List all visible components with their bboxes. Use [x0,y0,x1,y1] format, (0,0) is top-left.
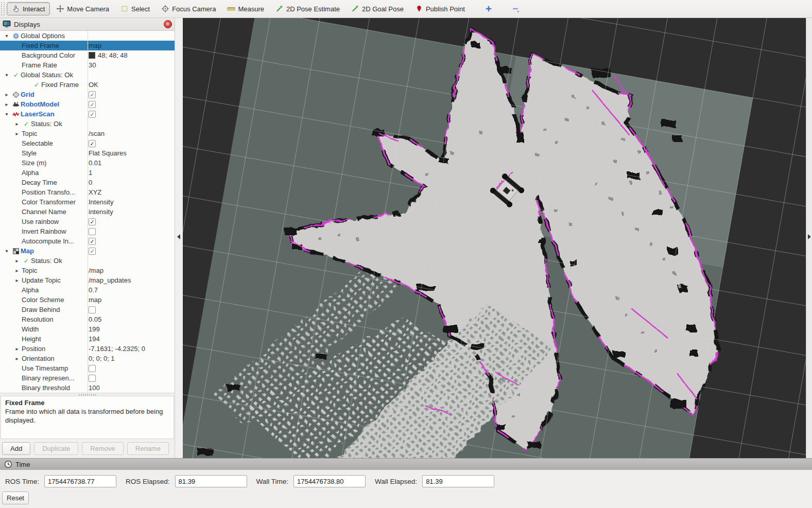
property-name: Binary threshold [22,384,70,392]
property-value[interactable]: -7.1631; -4.2325; 0 [89,345,145,353]
wall-time-input[interactable] [293,475,366,487]
property-value[interactable]: 100 [89,384,100,392]
checkbox-checked[interactable]: ✓ [89,238,96,245]
tool-2d-pose-estimate[interactable]: 2D Pose Estimate [270,2,345,15]
expander-open-icon[interactable]: ▾ [2,72,11,78]
expander-open-icon[interactable]: ▾ [2,248,11,254]
checkbox-unchecked[interactable] [89,365,96,372]
property-value[interactable]: ✓ [89,91,96,98]
property-value[interactable]: 0.05 [89,316,101,323]
wall-elapsed-input[interactable] [422,475,494,487]
checkbox-checked[interactable]: ✓ [89,218,96,225]
expander-closed-icon[interactable]: ▸ [12,346,22,352]
property-name: Status: Ok [31,120,62,128]
expander-closed-icon[interactable]: ▸ [2,92,11,97]
checkbox-unchecked[interactable] [89,375,96,382]
tool-select[interactable]: Select [115,2,155,15]
expander-closed-icon[interactable]: ▸ [12,131,22,136]
tool-publish-point[interactable]: Publish Point [410,2,470,15]
property-name: Frame Rate [22,61,57,69]
interact-icon [12,5,20,13]
reset-button[interactable]: Reset [2,492,29,504]
remove-button[interactable]: Remove [82,442,123,455]
add-button[interactable]: Add [2,442,30,455]
property-value[interactable]: OK [89,81,98,89]
checkbox-checked[interactable]: ✓ [89,248,96,255]
ros-elapsed-input[interactable] [175,475,247,487]
property-value[interactable]: ✓ [89,238,96,245]
property-value[interactable]: ✓ [89,140,96,147]
rename-button[interactable]: Rename [127,442,169,455]
property-value[interactable]: /map_updates [89,276,131,284]
tool-2d-goal-pose[interactable]: 2D Goal Pose [346,2,409,15]
property-value[interactable]: 194 [89,335,100,343]
property-value[interactable]: map [89,42,101,49]
tree-row-label-zone: ▸Grid [0,91,88,98]
expander-closed-icon[interactable]: ▸ [12,277,22,283]
tool-interact[interactable]: Interact [7,2,50,15]
ros-time-label: ROS Time: [5,478,39,485]
measure-icon [227,5,235,13]
checkbox-checked[interactable]: ✓ [89,91,96,98]
property-value[interactable]: 0; 0; 0; 1 [89,355,115,362]
tree-column-separator[interactable] [88,31,88,393]
duplicate-button[interactable]: Duplicate [34,442,78,455]
property-value[interactable] [89,306,96,313]
right-dock-strip[interactable] [806,18,812,458]
property-value[interactable]: 0.7 [89,286,98,294]
property-name: Width [22,325,39,333]
tree-row-label-zone: Binary represen... [0,374,88,382]
checkbox-checked[interactable]: ✓ [89,140,96,147]
property-value[interactable]: ✓ [89,101,96,108]
displays-tree: ▾Global OptionsFixed FramemapBackground … [0,31,175,393]
checkbox-unchecked[interactable] [89,306,96,313]
property-value[interactable]: 199 [89,325,100,333]
checkbox-checked[interactable]: ✓ [89,111,96,118]
expander-closed-icon[interactable]: ▸ [12,121,22,127]
toolbar-grip[interactable] [1,2,5,15]
property-value[interactable]: Flat Squares [89,149,127,157]
expander-open-icon[interactable]: ▾ [2,111,11,117]
property-value[interactable]: /scan [89,130,105,137]
expander-open-icon[interactable]: ▾ [2,33,11,39]
tool-move-camera[interactable]: Move Camera [51,2,114,15]
property-value[interactable]: 0 [89,179,92,186]
property-value[interactable]: /map [89,267,103,274]
property-value[interactable]: 48; 48; 48 [89,51,128,59]
property-value[interactable] [89,375,96,382]
tool-focus-camera[interactable]: Focus Camera [156,2,221,15]
collapse-left-arrow-icon[interactable] [177,234,180,239]
property-value[interactable] [89,228,96,235]
property-value[interactable]: map [89,296,101,304]
expander-closed-icon[interactable]: ▸ [12,356,22,361]
expander-closed-icon[interactable]: ▸ [2,101,11,107]
property-name: LaserScan [21,110,55,118]
tree-row-label-zone: ▾Global Options [0,32,88,40]
panel-resize-handle[interactable] [175,18,183,458]
property-value[interactable]: intensity [89,208,113,216]
expander-closed-icon[interactable]: ▸ [12,268,22,273]
tree-row-label-zone: Selectable [0,139,88,147]
tree-row-label-zone: Autocompute In... [0,237,88,245]
property-value[interactable]: 1 [89,169,92,177]
property-value[interactable]: 0.01 [89,159,101,167]
ros-time-input[interactable] [44,475,116,487]
tree-row-label-zone: Alpha [0,169,88,177]
expander-closed-icon[interactable]: ▸ [12,258,22,264]
close-displays-button[interactable]: ✕ [164,20,172,28]
property-value[interactable]: XYZ [89,188,101,196]
status-icon-slot: ✓ [22,120,31,128]
checkbox-checked[interactable]: ✓ [89,101,96,108]
property-value[interactable]: ✓ [89,111,96,118]
tool-measure[interactable]: Measure [222,2,269,15]
checkbox-unchecked[interactable] [89,228,96,235]
property-value[interactable]: ✓ [89,248,96,255]
property-value[interactable]: 30 [89,61,96,69]
property-value[interactable] [89,365,96,372]
property-value[interactable]: Intensity [89,198,113,206]
tool-add-tool[interactable] [480,2,497,15]
expand-right-arrow-icon[interactable] [808,234,811,239]
3d-viewport[interactable] [183,18,806,458]
tool-remove-tool[interactable] [507,2,524,15]
property-value[interactable]: ✓ [89,218,96,225]
